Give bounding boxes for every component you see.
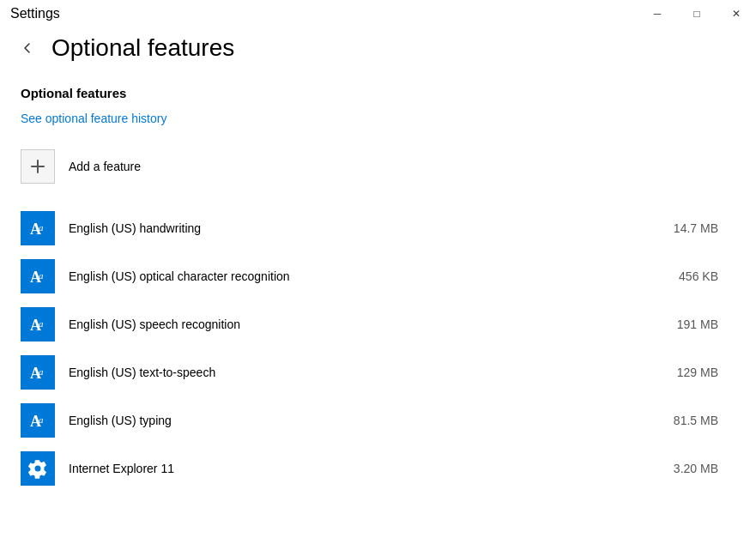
main-content: Optional features See optional feature h… <box>0 69 756 544</box>
svg-text:a: a <box>39 318 44 329</box>
add-feature-icon <box>21 149 55 184</box>
feature-icon-2: A a <box>21 307 55 342</box>
font-icon: A a <box>27 218 48 239</box>
feature-name-3: English (US) text-to-speech <box>69 366 636 379</box>
svg-text:a: a <box>39 366 44 377</box>
feature-name-4: English (US) typing <box>69 414 636 427</box>
feature-item[interactable]: A a English (US) speech recognition 191 … <box>21 300 735 348</box>
feature-item[interactable]: A a English (US) optical character recog… <box>21 252 735 300</box>
title-bar-controls: ─ □ ✕ <box>638 0 756 27</box>
plus-icon <box>30 159 45 174</box>
feature-item[interactable]: Internet Explorer 11 3.20 MB <box>21 444 735 493</box>
svg-text:a: a <box>39 414 44 425</box>
feature-size-4: 81.5 MB <box>650 414 718 427</box>
content-area: Optional features See optional feature h… <box>0 69 756 544</box>
section-title: Optional features <box>21 86 735 100</box>
minimize-button[interactable]: ─ <box>638 0 677 27</box>
title-bar-left: Settings <box>10 6 60 21</box>
feature-size-5: 3.20 MB <box>650 462 718 475</box>
add-feature-label: Add a feature <box>69 160 141 173</box>
history-link[interactable]: See optional feature history <box>21 112 166 125</box>
feature-name-0: English (US) handwriting <box>69 221 636 235</box>
feature-item[interactable]: A a English (US) text-to-speech 129 MB <box>21 348 735 396</box>
feature-name-1: English (US) optical character recogniti… <box>69 269 636 283</box>
feature-name-2: English (US) speech recognition <box>69 317 636 331</box>
feature-list: A a English (US) handwriting 14.7 MB A a… <box>21 204 735 493</box>
feature-size-1: 456 KB <box>650 269 718 283</box>
gear-icon <box>27 458 48 479</box>
add-feature-row[interactable]: Add a feature <box>21 142 735 190</box>
page-title: Optional features <box>51 34 234 62</box>
back-button[interactable] <box>14 34 41 62</box>
maximize-button[interactable]: □ <box>677 0 717 27</box>
feature-size-0: 14.7 MB <box>650 221 718 235</box>
font-icon: A a <box>27 362 48 383</box>
feature-icon-1: A a <box>21 259 55 293</box>
font-icon: A a <box>27 410 48 431</box>
close-button[interactable]: ✕ <box>717 0 756 27</box>
feature-name-5: Internet Explorer 11 <box>69 462 636 475</box>
feature-icon-3: A a <box>21 355 55 390</box>
svg-text:a: a <box>39 270 44 281</box>
title-bar-title: Settings <box>10 6 60 21</box>
settings-window: Settings ─ □ ✕ Optional features Optiona… <box>0 0 756 544</box>
feature-size-3: 129 MB <box>650 366 718 379</box>
feature-icon-5 <box>21 451 55 486</box>
font-icon: A a <box>27 266 48 287</box>
header-bar: Optional features <box>0 27 756 69</box>
feature-item[interactable]: A a English (US) handwriting 14.7 MB <box>21 204 735 252</box>
title-bar: Settings ─ □ ✕ <box>0 0 756 27</box>
feature-item[interactable]: A a English (US) typing 81.5 MB <box>21 396 735 444</box>
feature-icon-4: A a <box>21 403 55 438</box>
svg-text:a: a <box>39 222 44 233</box>
font-icon: A a <box>27 314 48 335</box>
back-icon <box>21 41 34 55</box>
feature-icon-0: A a <box>21 211 55 245</box>
feature-size-2: 191 MB <box>650 317 718 331</box>
